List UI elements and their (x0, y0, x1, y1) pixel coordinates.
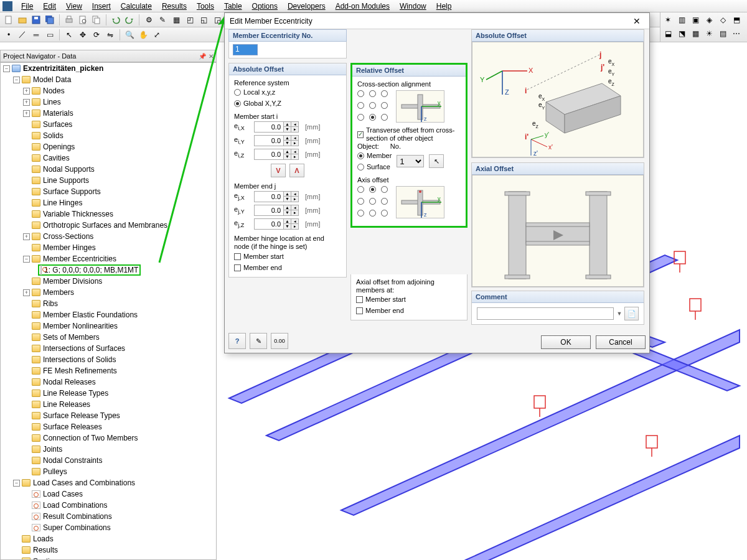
tree-item[interactable]: Solids (1, 130, 216, 141)
pick-object-button[interactable]: ↖ (429, 154, 444, 168)
tree-item[interactable]: +Cross-Sections (1, 231, 216, 242)
menu-insert[interactable]: Insert (87, 1, 116, 12)
check-adjoin-end[interactable]: Member end (356, 305, 462, 316)
input-ejy[interactable]: 0.0▲▼◂▸ (254, 205, 299, 216)
tb-mirror-icon[interactable]: ⇋ (104, 29, 116, 41)
tree-item[interactable]: Nodal Releases (1, 376, 216, 388)
menu-addon[interactable]: Add-on Modules (331, 1, 395, 12)
tree-item[interactable]: Member Elastic Foundations (1, 309, 216, 320)
tree-item[interactable]: Openings (1, 141, 216, 152)
tree-item[interactable]: Orthotropic Surfaces and Membranes (1, 220, 216, 231)
nav-pin-icon[interactable]: 📌 (199, 53, 206, 60)
tb-line-icon[interactable]: ／ (16, 29, 29, 41)
csa-radio-grid[interactable] (357, 90, 391, 124)
close-icon[interactable]: ✕ (629, 15, 644, 27)
tree-item[interactable]: Super Combinations (1, 522, 216, 533)
menu-developers[interactable]: Developers (283, 1, 331, 12)
tree-item[interactable]: Line Releases (1, 399, 216, 410)
expand-icon[interactable]: + (23, 233, 30, 240)
expand-icon[interactable]: + (23, 88, 30, 95)
edit-button[interactable]: ✎ (250, 333, 267, 349)
tb-copy-icon[interactable] (90, 14, 103, 26)
tb-pan-icon[interactable]: ✋ (137, 29, 149, 41)
tree-item[interactable]: Member Hinges (1, 242, 216, 253)
dialog-titlebar[interactable]: Edit Member Eccentricity ✕ (225, 13, 649, 29)
cancel-button[interactable]: Cancel (596, 335, 646, 349)
tree-item[interactable]: Nodal Constraints (1, 455, 216, 466)
expand-icon[interactable]: − (13, 77, 20, 83)
tb-node-icon[interactable]: • (2, 29, 15, 41)
tree-item[interactable]: Surface Supports (1, 186, 216, 197)
radio-global[interactable]: Global X,Y,Z (234, 98, 341, 109)
tb-select-icon[interactable]: ↖ (63, 29, 75, 41)
tree-item[interactable]: Member Nonlinearities (1, 320, 216, 332)
expand-icon[interactable]: − (23, 256, 30, 263)
tree-item[interactable]: Intersections of Surfaces (1, 343, 216, 354)
tree-item[interactable]: Variable Thicknesses (1, 208, 216, 220)
menu-calculate[interactable]: Calculate (116, 1, 157, 12)
copy-up-button[interactable]: Λ (289, 164, 304, 177)
tb-solid-icon[interactable]: ▣ (689, 14, 702, 26)
tree-item[interactable]: +Materials (1, 108, 216, 119)
tree-item[interactable]: Member Divisions (1, 276, 216, 287)
tree-item[interactable]: Result Combinations (1, 511, 216, 522)
tree-item[interactable]: Loads (1, 533, 216, 544)
nav-close-icon[interactable]: ✕ (209, 53, 214, 60)
tb-front-icon[interactable]: ⬓ (662, 27, 674, 40)
tb-move-icon[interactable]: ✥ (77, 29, 89, 41)
tree-item[interactable]: Load Cases (1, 488, 216, 500)
tree-item[interactable]: Line Hinges (1, 197, 216, 208)
ok-button[interactable]: OK (541, 335, 591, 349)
units-button[interactable]: 0.00 (271, 333, 288, 349)
tb-generic-icon[interactable]: ◲ (211, 14, 223, 26)
tb-grid-icon[interactable]: ▦ (689, 27, 702, 40)
tree-item[interactable]: Sets of Members (1, 332, 216, 343)
expand-icon[interactable]: + (23, 110, 30, 117)
tb-generic-icon[interactable]: ✎ (156, 14, 169, 26)
tb-generic-icon[interactable]: ◰ (184, 14, 196, 26)
input-ejz[interactable]: 0.0▲▼◂▸ (254, 218, 299, 230)
check-hinge-start[interactable]: Member start (234, 251, 341, 262)
tb-generic-icon[interactable]: ◱ (197, 14, 210, 26)
input-ejx[interactable]: 0.0▲▼◂▸ (254, 191, 299, 202)
tb-axis-icon[interactable]: ✶ (662, 14, 674, 26)
tree-item[interactable]: Ribs (1, 298, 216, 309)
expand-icon[interactable]: + (23, 99, 30, 106)
tb-preview-icon[interactable] (77, 14, 89, 26)
tb-render-icon[interactable]: ▤ (716, 27, 729, 40)
tb-fit-icon[interactable]: ⤢ (151, 29, 163, 41)
radio-object-surface[interactable]: Surface (357, 161, 392, 172)
tree-item[interactable]: Surface Release Types (1, 410, 216, 421)
tb-side-icon[interactable]: ⬔ (675, 27, 688, 40)
tb-iso-icon[interactable]: ◇ (716, 14, 729, 26)
help-button[interactable]: ? (228, 333, 246, 349)
check-adjoin-start[interactable]: Member start (356, 294, 462, 305)
tree-item[interactable]: Joints (1, 444, 216, 455)
expand-icon[interactable]: + (23, 289, 30, 296)
object-no-select[interactable]: 1 (397, 155, 424, 167)
tree-item[interactable]: +Members (1, 287, 216, 298)
input-eix[interactable]: 0.0▲▼◂▸ (254, 121, 299, 133)
comment-input[interactable] (477, 307, 614, 320)
comment-lib-button[interactable]: 📄 (624, 307, 639, 320)
tb-top-icon[interactable]: ⬒ (730, 14, 743, 26)
tree-item[interactable]: Pulleys (1, 466, 216, 477)
tree-item[interactable]: Connection of Two Members (1, 432, 216, 444)
tree-item[interactable]: Intersections of Solids (1, 354, 216, 365)
ecc-no-input[interactable]: 1 (233, 44, 258, 55)
tree-root[interactable]: Exzentrizitäten_picken (23, 64, 103, 73)
tb-rotate-icon[interactable]: ⟳ (90, 29, 103, 41)
tree-item[interactable]: Line Release Types (1, 388, 216, 399)
menu-results[interactable]: Results (157, 1, 192, 12)
tb-undo-icon[interactable] (110, 14, 122, 26)
tree-item[interactable]: Surface Releases (1, 421, 216, 432)
expand-icon[interactable]: − (13, 480, 20, 487)
tb-save-icon[interactable] (30, 14, 42, 26)
copy-down-button[interactable]: V (271, 164, 286, 177)
tree-item[interactable]: −Member Eccentricities (1, 253, 216, 264)
tb-redo-icon[interactable] (123, 14, 136, 26)
tb-zoom-icon[interactable]: 🔍 (123, 29, 136, 41)
tree-load-group[interactable]: Load Cases and Combinations (33, 478, 135, 487)
tb-light-icon[interactable]: ☀ (703, 27, 715, 40)
tree-item[interactable]: Line Supports (1, 175, 216, 186)
